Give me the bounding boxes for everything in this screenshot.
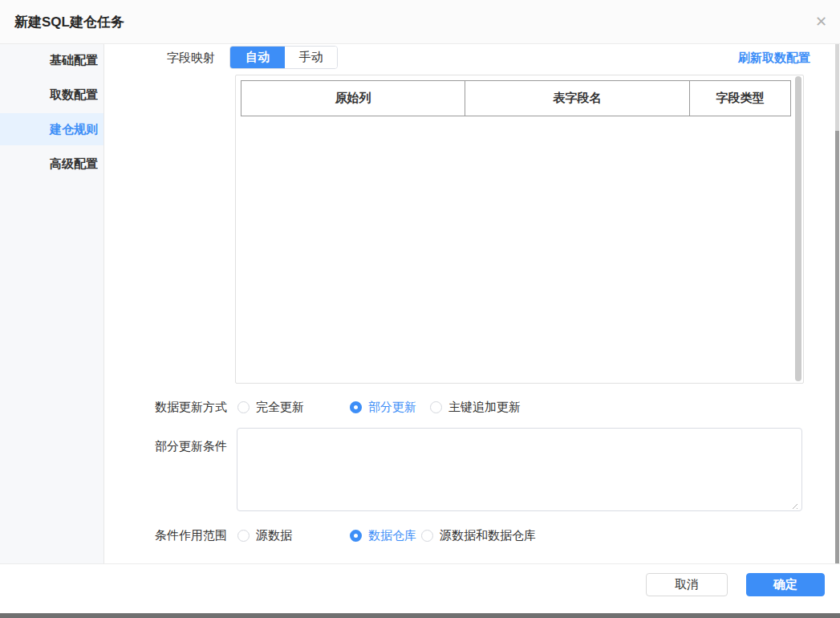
radio-source-data[interactable]: 源数据 <box>237 528 292 543</box>
radio-data-warehouse[interactable]: 数据仓库 <box>350 528 416 543</box>
radio-icon <box>237 401 250 413</box>
update-mode-label: 数据更新方式 <box>104 400 227 415</box>
radio-source-and-warehouse[interactable]: 源数据和数据仓库 <box>421 528 536 543</box>
radio-primary-key-append-update[interactable]: 主键追加更新 <box>430 400 521 415</box>
sidebar-item-label: 基础配置 <box>50 53 98 68</box>
table-header-row: 原始列 表字段名 字段类型 <box>241 80 791 116</box>
radio-label: 主键追加更新 <box>448 400 521 415</box>
field-mapping-table: 原始列 表字段名 字段类型 <box>235 75 804 384</box>
close-icon[interactable]: ✕ <box>815 14 827 29</box>
refresh-fetch-config-link[interactable]: 刷新取数配置 <box>738 51 810 66</box>
condition-scope-label: 条件作用范围 <box>104 528 227 543</box>
sidebar-item-basic-config[interactable]: 基础配置 <box>0 44 103 76</box>
radio-icon <box>237 530 250 542</box>
radio-full-update[interactable]: 完全更新 <box>237 400 304 415</box>
main-panel: 字段映射 自动 手动 刷新取数配置 原始列 表字段名 字段类型 数据更新方式 完… <box>104 44 840 563</box>
window-bottom-edge <box>0 613 840 618</box>
table-header-source-column: 原始列 <box>241 81 465 116</box>
dialog-footer: 取消 确定 <box>0 563 840 613</box>
radio-label: 完全更新 <box>256 400 304 415</box>
radio-icon <box>350 401 362 413</box>
confirm-button[interactable]: 确定 <box>746 573 825 596</box>
dialog-titlebar: 新建SQL建仓任务 ✕ <box>0 0 840 44</box>
sidebar-item-label: 取数配置 <box>50 87 98 103</box>
table-scrollbar[interactable] <box>795 76 801 381</box>
radio-label: 部分更新 <box>368 400 416 415</box>
sidebar-item-label: 高级配置 <box>50 157 98 172</box>
radio-label: 源数据 <box>256 528 292 543</box>
toggle-auto-button[interactable]: 自动 <box>230 47 285 68</box>
radio-icon <box>430 401 442 413</box>
sidebar-item-warehouse-rules[interactable]: 建仓规则 <box>0 113 103 145</box>
update-mode-row: 数据更新方式 完全更新 部分更新 主键追加更新 <box>104 400 521 415</box>
radio-icon <box>421 530 433 542</box>
sidebar-item-advanced-config[interactable]: 高级配置 <box>0 148 103 180</box>
mapping-mode-toggle: 自动 手动 <box>229 46 338 69</box>
table-header-field-name: 表字段名 <box>465 81 690 116</box>
dialog-scrollbar-track[interactable] <box>835 44 839 563</box>
cancel-button[interactable]: 取消 <box>646 573 728 596</box>
sidebar-item-label: 建仓规则 <box>50 122 98 137</box>
sidebar: 基础配置 取数配置 建仓规则 高级配置 <box>0 44 104 563</box>
dialog-scrollbar-thumb[interactable] <box>835 131 839 563</box>
dialog-title: 新建SQL建仓任务 <box>14 13 124 31</box>
toggle-manual-button[interactable]: 手动 <box>285 47 337 68</box>
radio-label: 源数据和数据仓库 <box>440 528 536 543</box>
radio-label: 数据仓库 <box>368 528 416 543</box>
field-mapping-label: 字段映射 <box>104 51 215 66</box>
radio-partial-update[interactable]: 部分更新 <box>350 400 416 415</box>
table-header-field-type: 字段类型 <box>690 81 790 116</box>
condition-scope-row: 条件作用范围 源数据 数据仓库 源数据和数据仓库 <box>104 528 536 543</box>
dialog-body: 基础配置 取数配置 建仓规则 高级配置 字段映射 自动 手动 刷新取数配置 原始… <box>0 44 840 563</box>
partial-condition-label: 部分更新条件 <box>104 439 227 454</box>
sidebar-item-fetch-config[interactable]: 取数配置 <box>0 79 103 111</box>
radio-icon <box>350 530 362 542</box>
partial-condition-textarea[interactable] <box>237 428 802 511</box>
